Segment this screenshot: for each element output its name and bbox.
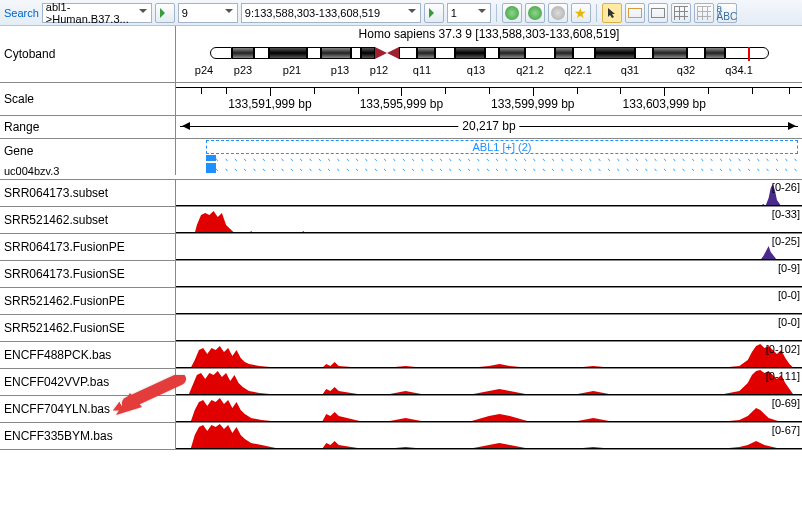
rect-icon [628,8,642,18]
range-label: Range [0,116,175,138]
grid2-tool[interactable] [694,3,714,23]
refresh-icon [505,6,519,20]
track-row[interactable]: ENCFF335BYM.bas [0-67] [0,423,802,450]
wrap-tool[interactable]: aABC [717,3,737,23]
track-content[interactable] [175,315,802,341]
track-scale: [0-69] [772,397,800,409]
star-icon: ★ [574,5,587,21]
track-label: SRR064173.FusionPE [0,234,175,260]
track-scale: [0-102] [766,343,800,355]
track-content[interactable] [175,423,802,449]
track-content[interactable] [175,342,802,368]
track-row[interactable]: SRR064173.FusionSE [0-9] [0,261,802,288]
track-label: SRR064173.subset [0,180,175,206]
track-content[interactable] [175,261,802,287]
gene-strand-arrows: ››››››››››››››››››››››››››››››››››››››››… [206,155,798,161]
grid-icon [674,6,688,20]
scale-content[interactable]: 133,591,999 bp 133,595,999 bp 133,599,99… [175,83,802,115]
toolbar: Search abl1->Human.B37.3... 9 9:133,588,… [0,0,802,26]
range-row: Range 20,217 bp [0,116,802,139]
grid-tool[interactable] [671,3,691,23]
range-content[interactable]: 20,217 bp [175,116,802,138]
back-button[interactable] [525,3,545,23]
band-labels: p24 p23 p21 p13 p12 q11 q13 q21.2 q22.1 … [186,64,792,76]
cytoband-content[interactable]: Homo sapiens 37.3 9 [133,588,303-133,608… [175,26,802,82]
track-row[interactable]: SRR521462.subset [0-33] [0,207,802,234]
scale-axis [176,87,802,95]
transcript-row: uc004bzv.3 ›››››››››››››››››››››››››››››… [0,163,802,180]
track-content[interactable] [175,396,802,422]
wrap-icon: aABC [717,5,738,21]
transcript-arrows: ››››››››››››››››››››››››››››››››››››››››… [206,165,798,171]
track-content[interactable] [175,207,802,233]
grid-icon [697,6,711,20]
search-combo[interactable]: abl1->Human.B37.3... [42,3,152,23]
chromosome-ideogram[interactable] [186,43,792,63]
coverage-plot [176,207,802,233]
track-content[interactable] [175,288,802,314]
cytoband-row: Cytoband Homo sapiens 37.3 9 [133,588,30… [0,26,802,83]
coverage-plot [176,288,802,314]
transcript-label: uc004bzv.3 [0,163,175,179]
forward-button[interactable] [548,3,568,23]
go-region-button[interactable] [424,3,444,23]
range-text: 20,217 bp [458,119,519,133]
gene-label: Gene [0,139,175,163]
forward-icon [551,6,565,20]
arrow-right-icon [429,8,439,18]
search-label: Search [4,7,39,19]
track-scale: [0-67] [772,424,800,436]
separator [496,4,497,22]
transcript-content[interactable]: ››››››››››››››››››››››››››››››››››››››››… [175,163,802,175]
rect-icon [651,8,665,18]
coverage-plot [176,342,802,368]
track-scale: [0-25] [772,235,800,247]
coverage-plot [176,180,802,206]
select-tool[interactable] [625,3,645,23]
track-scale: [0-0] [778,289,800,301]
track-scale: [0-9] [778,262,800,274]
arrow-right-icon [160,8,170,18]
coverage-plot [176,396,802,422]
coverage-plot [176,369,802,395]
track-content[interactable] [175,369,802,395]
annotation-arrow [112,375,192,427]
track-content[interactable] [175,234,802,260]
track-row[interactable]: SRR064173.FusionPE [0-25] [0,234,802,261]
region-combo[interactable]: 9:133,588,303-133,608,519 [241,3,421,23]
track-label: ENCFF488PCK.bas [0,342,175,368]
cytoband-label: Cytoband [0,26,175,82]
refresh-button[interactable] [502,3,522,23]
gene-box[interactable]: ABL1 [+] (2) [206,140,798,154]
cursor-icon [606,7,618,19]
track-scale: [0-26] [772,181,800,193]
chrom-combo[interactable]: 9 [178,3,238,23]
coverage-plot [176,315,802,341]
track-content[interactable] [175,180,802,206]
coverage-plot [176,234,802,260]
gene-row: Gene ABL1 [+] (2) ››››››››››››››››››››››… [0,139,802,163]
coverage-plot [176,261,802,287]
coverage-plot [176,423,802,449]
track-row[interactable]: SRR064173.subset [0-26] [0,180,802,207]
track-label: SRR064173.FusionSE [0,261,175,287]
track-scale: [0-0] [778,316,800,328]
track-scale: [0-111] [766,370,800,382]
region-tool[interactable] [648,3,668,23]
gene-content[interactable]: ABL1 [+] (2) ›››››››››››››››››››››››››››… [175,139,802,163]
separator [596,4,597,22]
cytoband-title: Homo sapiens 37.3 9 [133,588,303-133,608… [176,26,802,42]
pointer-tool[interactable] [602,3,622,23]
track-label: SRR521462.FusionPE [0,288,175,314]
back-icon [528,6,542,20]
go-search-button[interactable] [155,3,175,23]
track-row[interactable]: ENCFF488PCK.bas [0-102] [0,342,802,369]
zoom-spinner[interactable]: 1 [447,3,491,23]
track-label: SRR521462.subset [0,207,175,233]
track-row[interactable]: SRR521462.FusionSE [0-0] [0,315,802,342]
scale-label: Scale [0,83,175,115]
track-label: SRR521462.FusionSE [0,315,175,341]
bookmark-button[interactable]: ★ [571,3,591,23]
track-row[interactable]: SRR521462.FusionPE [0-0] [0,288,802,315]
track-scale: [0-33] [772,208,800,220]
